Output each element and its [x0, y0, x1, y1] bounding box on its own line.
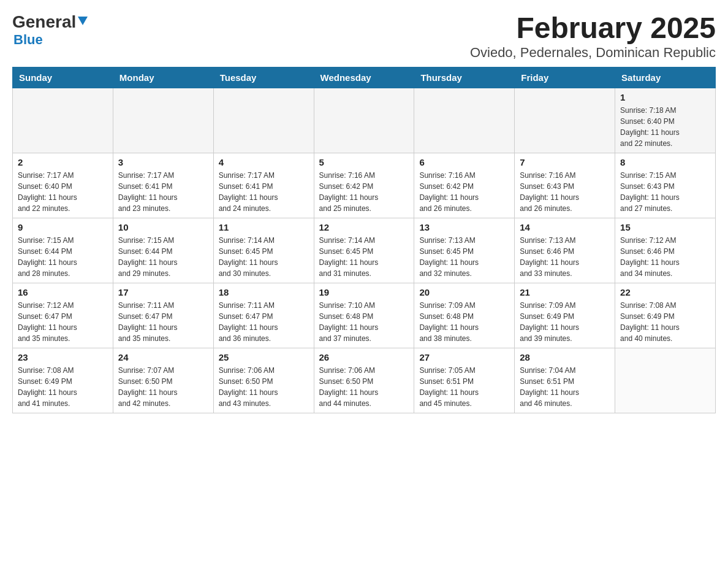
day-info: Sunrise: 7:11 AMSunset: 6:47 PMDaylight:… [118, 300, 208, 344]
day-info: Sunrise: 7:18 AMSunset: 6:40 PMDaylight:… [620, 105, 710, 149]
day-number: 6 [419, 157, 509, 167]
day-number: 9 [18, 222, 108, 232]
title-block: February 2025 Oviedo, Pedernales, Domini… [470, 12, 716, 61]
day-info: Sunrise: 7:04 AMSunset: 6:51 PMDaylight:… [520, 365, 610, 409]
calendar-cell: 25Sunrise: 7:06 AMSunset: 6:50 PMDayligh… [213, 348, 314, 413]
day-info: Sunrise: 7:13 AMSunset: 6:46 PMDaylight:… [520, 235, 610, 279]
day-info: Sunrise: 7:05 AMSunset: 6:51 PMDaylight:… [419, 365, 509, 409]
calendar-cell [13, 88, 113, 153]
day-info: Sunrise: 7:15 AMSunset: 6:43 PMDaylight:… [620, 170, 710, 214]
day-number: 10 [118, 222, 208, 232]
day-number: 27 [419, 352, 509, 362]
day-number: 23 [18, 352, 108, 362]
day-number: 5 [319, 157, 409, 167]
day-info: Sunrise: 7:17 AMSunset: 6:41 PMDaylight:… [219, 170, 309, 214]
day-number: 24 [118, 352, 208, 362]
col-thursday: Thursday [414, 67, 515, 88]
day-number: 8 [620, 157, 710, 167]
calendar-cell: 22Sunrise: 7:08 AMSunset: 6:49 PMDayligh… [615, 283, 716, 348]
calendar-cell: 11Sunrise: 7:14 AMSunset: 6:45 PMDayligh… [213, 218, 314, 283]
calendar-cell: 19Sunrise: 7:10 AMSunset: 6:48 PMDayligh… [314, 283, 414, 348]
calendar-cell: 6Sunrise: 7:16 AMSunset: 6:42 PMDaylight… [414, 153, 515, 218]
logo: General Blue [12, 12, 88, 48]
calendar-week-row: 1Sunrise: 7:18 AMSunset: 6:40 PMDaylight… [13, 88, 716, 153]
calendar-cell: 1Sunrise: 7:18 AMSunset: 6:40 PMDaylight… [615, 88, 716, 153]
calendar-cell: 12Sunrise: 7:14 AMSunset: 6:45 PMDayligh… [314, 218, 414, 283]
day-info: Sunrise: 7:16 AMSunset: 6:43 PMDaylight:… [520, 170, 610, 214]
day-number: 14 [520, 222, 610, 232]
page-title: February 2025 [470, 12, 716, 45]
calendar-week-row: 16Sunrise: 7:12 AMSunset: 6:47 PMDayligh… [13, 283, 716, 348]
day-info: Sunrise: 7:10 AMSunset: 6:48 PMDaylight:… [319, 300, 409, 344]
day-info: Sunrise: 7:17 AMSunset: 6:40 PMDaylight:… [18, 170, 108, 214]
calendar-cell: 15Sunrise: 7:12 AMSunset: 6:46 PMDayligh… [615, 218, 716, 283]
day-number: 22 [620, 287, 710, 297]
calendar-cell: 26Sunrise: 7:06 AMSunset: 6:50 PMDayligh… [314, 348, 414, 413]
calendar-header-row: Sunday Monday Tuesday Wednesday Thursday… [13, 67, 716, 88]
day-number: 21 [520, 287, 610, 297]
calendar-cell: 10Sunrise: 7:15 AMSunset: 6:44 PMDayligh… [113, 218, 213, 283]
calendar-cell: 20Sunrise: 7:09 AMSunset: 6:48 PMDayligh… [414, 283, 515, 348]
logo-general-text: General [12, 12, 76, 32]
calendar-cell: 16Sunrise: 7:12 AMSunset: 6:47 PMDayligh… [13, 283, 113, 348]
calendar-cell: 2Sunrise: 7:17 AMSunset: 6:40 PMDaylight… [13, 153, 113, 218]
day-number: 13 [419, 222, 509, 232]
col-monday: Monday [113, 67, 213, 88]
col-tuesday: Tuesday [213, 67, 314, 88]
calendar-cell: 13Sunrise: 7:13 AMSunset: 6:45 PMDayligh… [414, 218, 515, 283]
calendar-cell [314, 88, 414, 153]
calendar-cell: 17Sunrise: 7:11 AMSunset: 6:47 PMDayligh… [113, 283, 213, 348]
calendar-week-row: 2Sunrise: 7:17 AMSunset: 6:40 PMDaylight… [13, 153, 716, 218]
col-wednesday: Wednesday [314, 67, 414, 88]
calendar-cell: 7Sunrise: 7:16 AMSunset: 6:43 PMDaylight… [515, 153, 615, 218]
day-info: Sunrise: 7:16 AMSunset: 6:42 PMDaylight:… [419, 170, 509, 214]
day-number: 11 [219, 222, 309, 232]
day-info: Sunrise: 7:07 AMSunset: 6:50 PMDaylight:… [118, 365, 208, 409]
day-number: 7 [520, 157, 610, 167]
day-number: 2 [18, 157, 108, 167]
calendar-cell: 14Sunrise: 7:13 AMSunset: 6:46 PMDayligh… [515, 218, 615, 283]
col-sunday: Sunday [13, 67, 113, 88]
day-number: 12 [319, 222, 409, 232]
calendar-cell [515, 88, 615, 153]
day-number: 20 [419, 287, 509, 297]
day-info: Sunrise: 7:16 AMSunset: 6:42 PMDaylight:… [319, 170, 409, 214]
calendar-cell: 5Sunrise: 7:16 AMSunset: 6:42 PMDaylight… [314, 153, 414, 218]
calendar-cell [113, 88, 213, 153]
day-number: 3 [118, 157, 208, 167]
day-number: 17 [118, 287, 208, 297]
page-header: General Blue February 2025 Oviedo, Peder… [12, 12, 716, 61]
day-number: 18 [219, 287, 309, 297]
day-info: Sunrise: 7:12 AMSunset: 6:47 PMDaylight:… [18, 300, 108, 344]
calendar-cell: 24Sunrise: 7:07 AMSunset: 6:50 PMDayligh… [113, 348, 213, 413]
svg-marker-0 [78, 17, 88, 25]
day-number: 25 [219, 352, 309, 362]
calendar-week-row: 9Sunrise: 7:15 AMSunset: 6:44 PMDaylight… [13, 218, 716, 283]
day-info: Sunrise: 7:08 AMSunset: 6:49 PMDaylight:… [18, 365, 108, 409]
day-info: Sunrise: 7:15 AMSunset: 6:44 PMDaylight:… [118, 235, 208, 279]
calendar-cell: 21Sunrise: 7:09 AMSunset: 6:49 PMDayligh… [515, 283, 615, 348]
day-number: 16 [18, 287, 108, 297]
day-number: 26 [319, 352, 409, 362]
calendar-cell [414, 88, 515, 153]
calendar-table: Sunday Monday Tuesday Wednesday Thursday… [12, 67, 716, 413]
calendar-cell: 4Sunrise: 7:17 AMSunset: 6:41 PMDaylight… [213, 153, 314, 218]
page-subtitle: Oviedo, Pedernales, Dominican Republic [470, 45, 716, 61]
logo-arrow-icon [78, 17, 88, 28]
calendar-cell: 3Sunrise: 7:17 AMSunset: 6:41 PMDaylight… [113, 153, 213, 218]
calendar-cell: 8Sunrise: 7:15 AMSunset: 6:43 PMDaylight… [615, 153, 716, 218]
day-number: 28 [520, 352, 610, 362]
day-info: Sunrise: 7:12 AMSunset: 6:46 PMDaylight:… [620, 235, 710, 279]
day-number: 1 [620, 92, 710, 102]
calendar-cell: 23Sunrise: 7:08 AMSunset: 6:49 PMDayligh… [13, 348, 113, 413]
calendar-cell [213, 88, 314, 153]
day-info: Sunrise: 7:09 AMSunset: 6:48 PMDaylight:… [419, 300, 509, 344]
logo-blue-text: Blue [13, 32, 43, 47]
calendar-cell: 9Sunrise: 7:15 AMSunset: 6:44 PMDaylight… [13, 218, 113, 283]
col-friday: Friday [515, 67, 615, 88]
calendar-cell: 18Sunrise: 7:11 AMSunset: 6:47 PMDayligh… [213, 283, 314, 348]
day-info: Sunrise: 7:14 AMSunset: 6:45 PMDaylight:… [319, 235, 409, 279]
day-info: Sunrise: 7:09 AMSunset: 6:49 PMDaylight:… [520, 300, 610, 344]
day-info: Sunrise: 7:06 AMSunset: 6:50 PMDaylight:… [219, 365, 309, 409]
day-number: 4 [219, 157, 309, 167]
